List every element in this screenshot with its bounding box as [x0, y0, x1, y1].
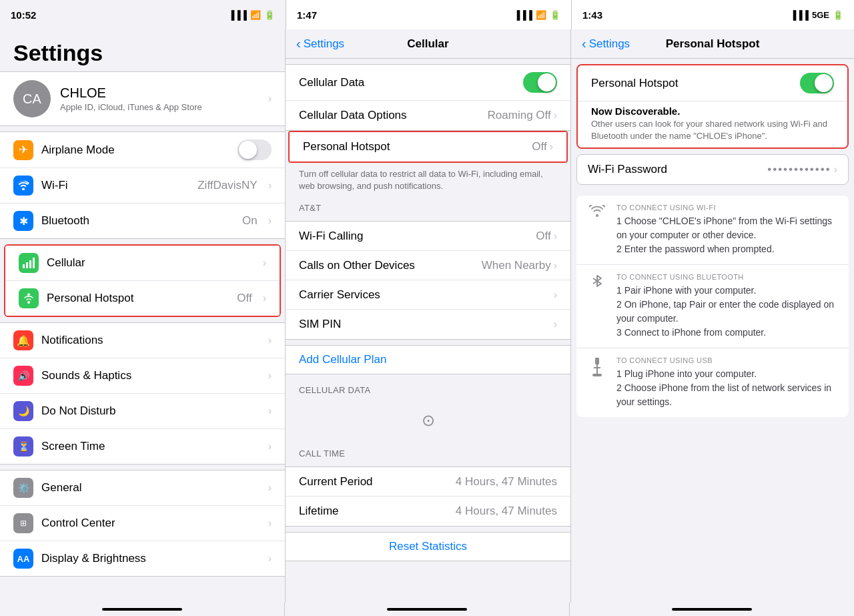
- wifi-calling-row[interactable]: Wi-Fi Calling Off ›: [286, 222, 570, 251]
- hotspot-toggle[interactable]: [800, 73, 834, 93]
- cellular-note: Turn off cellular data to restrict all d…: [286, 163, 570, 198]
- cellular-data-options-value: Roaming Off: [488, 109, 551, 122]
- hotspot-back-button[interactable]: ‹ Settings: [582, 36, 630, 51]
- sounds-chevron-icon: ›: [268, 370, 272, 382]
- svg-rect-5: [595, 358, 599, 364]
- time-hotspot: 1:43: [582, 9, 602, 21]
- status-bar-hotspot: 1:43 ▐▐▐ 5GE 🔋: [571, 0, 854, 29]
- reset-statistics-label[interactable]: Reset Statistics: [389, 540, 467, 553]
- hotspot-nav-bar: ‹ Settings Personal Hotspot: [571, 29, 854, 59]
- home-bar-settings: [102, 608, 182, 611]
- password-dots: ••••••••••••: [767, 163, 831, 176]
- wifi-calling-value: Off: [536, 230, 550, 243]
- svg-rect-8: [592, 374, 602, 376]
- hotspot-toggle-thumb: [815, 74, 833, 92]
- calls-other-chevron-icon: ›: [554, 260, 557, 272]
- settings-panel: Settings CA CHLOE Apple ID, iCloud, iTun…: [0, 29, 286, 603]
- connect-bluetooth-icon-wrap: [587, 273, 607, 290]
- settings-row-screentime[interactable]: ⏳ Screen Time ›: [0, 429, 285, 464]
- bluetooth-chevron-icon: ›: [268, 215, 272, 227]
- connect-wifi-icon-wrap: [587, 204, 607, 217]
- displaybrightness-label: Display & Brightness: [41, 552, 260, 565]
- connect-usb-steps: 1 Plug iPhone into your computer.2 Choos…: [616, 367, 838, 409]
- cellular-hotspot-label: Personal Hotspot: [303, 140, 532, 153]
- settings-row-sounds[interactable]: 🔊 Sounds & Haptics ›: [0, 358, 285, 394]
- airplane-toggle[interactable]: [238, 139, 272, 160]
- settings-row-controlcenter[interactable]: ⊞ Control Center ›: [0, 506, 285, 541]
- home-indicator-hotspot: [569, 603, 854, 616]
- lifetime-row: Lifetime 4 Hours, 47 Minutes: [286, 497, 570, 526]
- hotspot-value: Off: [237, 292, 252, 305]
- home-indicator-cellular: [284, 603, 569, 616]
- cellular-row-icon: [19, 253, 39, 273]
- notifications-row-icon: 🔔: [13, 330, 33, 350]
- dnd-chevron-icon: ›: [268, 405, 272, 417]
- cellular-hotspot-row[interactable]: Personal Hotspot Off ›: [290, 132, 566, 162]
- wifi-chevron-icon: ›: [268, 180, 272, 192]
- cellular-nav-bar: ‹ Settings Cellular: [286, 29, 570, 59]
- calls-other-label: Calls on Other Devices: [299, 259, 482, 272]
- connect-bluetooth-item: TO CONNECT USING BLUETOOTH 1 Pair iPhone…: [576, 265, 849, 348]
- hotspot-chevron-icon: ›: [263, 292, 266, 304]
- connect-bluetooth-steps: 1 Pair iPhone with your computer.2 On iP…: [616, 284, 838, 340]
- cellular-hotspot-highlight: Personal Hotspot Off ›: [288, 131, 568, 163]
- status-icons-settings: ▐▐▐ 📶 🔋: [228, 10, 275, 20]
- password-row[interactable]: Wi-Fi Password •••••••••••• ›: [577, 155, 848, 184]
- calls-other-row[interactable]: Calls on Other Devices When Nearby ›: [286, 251, 570, 280]
- status-bar-settings: 10:52 ▐▐▐ 📶 🔋: [0, 0, 286, 29]
- hotspot-main-highlight: Personal Hotspot Now Discoverable. Other…: [576, 64, 849, 149]
- sim-pin-row[interactable]: SIM PIN ›: [286, 310, 570, 339]
- section-notification-group: 🔔 Notifications › 🔊 Sounds & Haptics › 🌙…: [0, 322, 285, 465]
- att-section-label: AT&T: [286, 198, 570, 216]
- settings-row-airplane[interactable]: ✈ Airplane Mode: [0, 132, 285, 168]
- dnd-row-icon: 🌙: [13, 401, 33, 421]
- add-plan-label[interactable]: Add Cellular Plan: [299, 353, 386, 366]
- password-section: Wi-Fi Password •••••••••••• ›: [576, 154, 849, 185]
- airplane-icon: ✈: [13, 140, 33, 160]
- cellular-data-row[interactable]: Cellular Data: [286, 65, 570, 101]
- hotspot-back-label[interactable]: Settings: [589, 37, 630, 51]
- connect-wifi-title: TO CONNECT USING WI-FI: [616, 204, 838, 212]
- controlcenter-label: Control Center: [41, 517, 260, 530]
- settings-row-notifications[interactable]: 🔔 Notifications ›: [0, 323, 285, 358]
- current-period-label: Current Period: [299, 475, 456, 489]
- settings-row-hotspot[interactable]: Personal Hotspot Off ›: [5, 281, 280, 316]
- cellular-data-label: Cellular Data: [299, 76, 523, 89]
- settings-row-bluetooth[interactable]: ✱ Bluetooth On ›: [0, 204, 285, 238]
- cellular-hotspot-value: Off: [532, 140, 546, 153]
- cellular-data-section: Cellular Data Cellular Data Options Roam…: [286, 64, 570, 131]
- settings-row-dnd[interactable]: 🌙 Do Not Disturb ›: [0, 394, 285, 429]
- bluetooth-row-icon: ✱: [13, 211, 33, 231]
- settings-row-displaybrightness[interactable]: AA Display & Brightness ›: [0, 541, 285, 576]
- svg-rect-3: [33, 258, 35, 268]
- calls-other-value: When Nearby: [482, 259, 551, 272]
- profile-row[interactable]: CA CHLOE Apple ID, iCloud, iTunes & App …: [0, 71, 285, 126]
- general-label: General: [41, 481, 260, 495]
- wifi-label: Wi-Fi: [41, 179, 189, 192]
- cellular-top-section: Cellular Data Cellular Data Options Roam…: [286, 64, 570, 163]
- cellular-data-toggle[interactable]: [523, 72, 557, 93]
- connect-usb-title: TO CONNECT USING USB: [616, 356, 838, 364]
- svg-rect-7: [594, 367, 600, 368]
- dnd-label: Do Not Disturb: [41, 404, 260, 418]
- wifi-icon-hotspot: 5GE: [812, 10, 829, 20]
- signal-icon-hotspot: ▐▐▐: [790, 10, 809, 20]
- sim-pin-label: SIM PIN: [299, 318, 554, 331]
- settings-row-cellular[interactable]: Cellular ›: [5, 246, 280, 281]
- hotspot-label: Personal Hotspot: [47, 292, 229, 305]
- add-plan-row[interactable]: Add Cellular Plan: [286, 345, 570, 374]
- sim-pin-chevron-icon: ›: [554, 318, 557, 330]
- section-cellular-group: Cellular ›: [0, 244, 285, 317]
- cellular-back-label[interactable]: Settings: [304, 37, 344, 51]
- settings-row-wifi[interactable]: Wi-Fi ZiffDavisNY ›: [0, 168, 285, 204]
- connect-wifi-steps: 1 Choose "CHLOE's iPhone" from the Wi-Fi…: [616, 214, 838, 256]
- carrier-services-row[interactable]: Carrier Services ›: [286, 280, 570, 310]
- hotspot-toggle-row[interactable]: Personal Hotspot: [578, 65, 847, 101]
- cellular-data-options-row[interactable]: Cellular Data Options Roaming Off ›: [286, 101, 570, 130]
- wifi-icon-settings: 📶: [250, 10, 261, 20]
- reset-statistics-row[interactable]: Reset Statistics: [286, 532, 570, 561]
- svg-rect-1: [26, 262, 28, 268]
- cellular-back-button[interactable]: ‹ Settings: [296, 36, 344, 51]
- settings-row-general[interactable]: ⚙️ General ›: [0, 471, 285, 506]
- battery-icon-hotspot: 🔋: [833, 10, 843, 20]
